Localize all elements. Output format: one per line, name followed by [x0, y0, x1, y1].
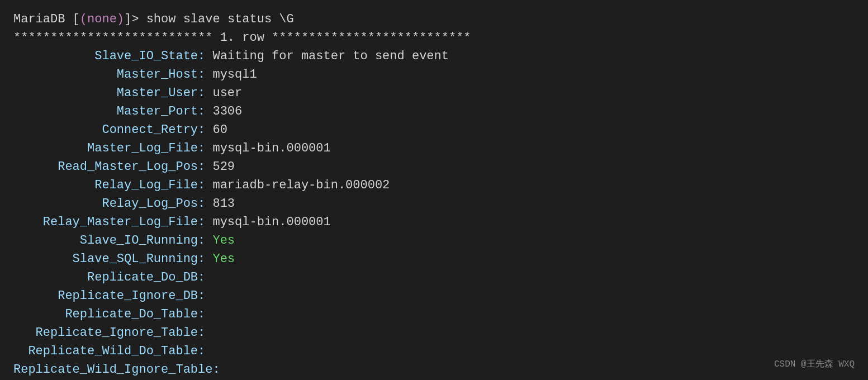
row-value: Yes: [205, 231, 235, 250]
status-row: Master_User: user: [13, 84, 855, 102]
row-key: Slave_IO_State:: [13, 47, 205, 65]
row-key: Replicate_Ignore_DB:: [13, 287, 205, 305]
row-value: 60: [205, 121, 227, 139]
row-key: Slave_IO_Running:: [13, 231, 205, 250]
status-row: Relay_Log_File: mariadb-relay-bin.000002: [13, 176, 855, 194]
status-row: Slave_IO_Running: Yes: [13, 231, 855, 250]
row-value: Yes: [205, 250, 235, 268]
prompt-mariadb: MariaDB [: [13, 10, 80, 28]
row-value: user: [205, 84, 242, 102]
row-key: Relay_Log_File:: [13, 176, 205, 194]
prompt-line: MariaDB [(none)]> show slave status \G: [13, 10, 855, 28]
watermark: CSDN @王先森 WXQ: [774, 358, 855, 371]
row-value: mariadb-relay-bin.000002: [205, 176, 390, 194]
row-key: Connect_Retry:: [13, 121, 205, 139]
row-key: Master_Host:: [13, 65, 205, 84]
status-row: Replicate_Wild_Ignore_Table:: [13, 360, 855, 379]
row-key: Master_Port:: [13, 102, 205, 121]
status-row: Master_Host: mysql1: [13, 65, 855, 84]
status-row: Slave_IO_State: Waiting for master to se…: [13, 47, 855, 65]
status-row: Relay_Log_Pos: 813: [13, 194, 855, 213]
row-value: 3306: [205, 102, 242, 121]
row-key: Read_Master_Log_Pos:: [13, 158, 205, 176]
separator-line: *************************** 1. row *****…: [13, 28, 855, 47]
terminal-window: MariaDB [(none)]> show slave status \G *…: [0, 0, 868, 380]
status-row: Master_Port: 3306: [13, 102, 855, 121]
status-row: Connect_Retry: 60: [13, 121, 855, 139]
row-value: mysql-bin.000001: [205, 139, 330, 158]
row-key: Master_Log_File:: [13, 139, 205, 158]
row-key: Slave_SQL_Running:: [13, 250, 205, 268]
prompt-close: ]>: [124, 10, 146, 28]
separator-text: *************************** 1. row *****…: [13, 28, 471, 47]
status-row: Relay_Master_Log_File: mysql-bin.000001: [13, 213, 855, 231]
row-key: Master_User:: [13, 84, 205, 102]
status-row: Replicate_Ignore_Table:: [13, 324, 855, 342]
row-key: Relay_Log_Pos:: [13, 194, 205, 213]
status-rows: Slave_IO_State: Waiting for master to se…: [13, 47, 855, 380]
status-row: Replicate_Ignore_DB:: [13, 287, 855, 305]
row-key: Replicate_Wild_Ignore_Table:: [13, 360, 220, 379]
row-key: Replicate_Do_DB:: [13, 268, 205, 287]
status-row: Read_Master_Log_Pos: 529: [13, 158, 855, 176]
row-value: mysql1: [205, 65, 257, 84]
row-value: mysql-bin.000001: [205, 213, 330, 231]
status-row: Master_Log_File: mysql-bin.000001: [13, 139, 855, 158]
row-key: Replicate_Wild_Do_Table:: [13, 342, 205, 360]
row-value: 813: [205, 194, 235, 213]
status-row: Slave_SQL_Running: Yes: [13, 250, 855, 268]
row-value: 529: [205, 158, 235, 176]
row-key: Replicate_Do_Table:: [13, 305, 205, 324]
prompt-none: (none): [80, 10, 124, 28]
status-row: Replicate_Do_DB:: [13, 268, 855, 287]
row-key: Relay_Master_Log_File:: [13, 213, 205, 231]
prompt-command: show slave status \G: [146, 10, 294, 28]
status-row: Replicate_Do_Table:: [13, 305, 855, 324]
status-row: Replicate_Wild_Do_Table:: [13, 342, 855, 360]
row-key: Replicate_Ignore_Table:: [13, 324, 205, 342]
row-value: Waiting for master to send event: [205, 47, 449, 65]
